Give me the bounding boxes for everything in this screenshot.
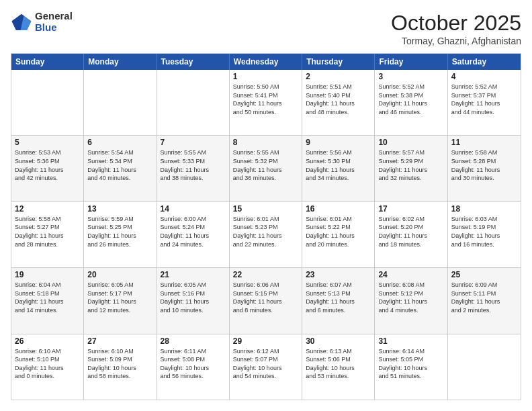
- calendar-cell: 18Sunrise: 6:03 AM Sunset: 5:19 PM Dayli…: [448, 202, 521, 267]
- cell-info: Sunrise: 6:01 AM Sunset: 5:22 PM Dayligh…: [306, 215, 371, 248]
- calendar-cell: 26Sunrise: 6:10 AM Sunset: 5:10 PM Dayli…: [11, 334, 84, 400]
- cell-info: Sunrise: 6:08 AM Sunset: 5:12 PM Dayligh…: [378, 281, 443, 314]
- calendar-cell: 29Sunrise: 6:12 AM Sunset: 5:07 PM Dayli…: [230, 334, 302, 400]
- logo-text: General Blue: [35, 11, 73, 33]
- day-number: 29: [233, 336, 298, 346]
- header-cell-sunday: Sunday: [11, 54, 84, 70]
- cell-info: Sunrise: 5:53 AM Sunset: 5:36 PM Dayligh…: [15, 148, 80, 182]
- cell-info: Sunrise: 6:07 AM Sunset: 5:13 PM Dayligh…: [306, 281, 371, 314]
- calendar-cell: 5Sunrise: 5:53 AM Sunset: 5:36 PM Daylig…: [11, 136, 84, 201]
- calendar-cell: 30Sunrise: 6:13 AM Sunset: 5:06 PM Dayli…: [302, 334, 375, 400]
- cell-info: Sunrise: 6:14 AM Sunset: 5:05 PM Dayligh…: [378, 347, 443, 381]
- calendar-row-3: 12Sunrise: 5:58 AM Sunset: 5:27 PM Dayli…: [11, 202, 521, 268]
- cell-info: Sunrise: 5:50 AM Sunset: 5:41 PM Dayligh…: [233, 83, 298, 116]
- day-number: 26: [15, 336, 80, 346]
- cell-info: Sunrise: 6:00 AM Sunset: 5:24 PM Dayligh…: [161, 215, 226, 248]
- day-number: 7: [161, 138, 226, 147]
- day-number: 25: [451, 270, 517, 279]
- cell-info: Sunrise: 5:52 AM Sunset: 5:37 PM Dayligh…: [451, 83, 517, 116]
- cell-info: Sunrise: 6:13 AM Sunset: 5:06 PM Dayligh…: [306, 347, 371, 381]
- cell-info: Sunrise: 5:55 AM Sunset: 5:33 PM Dayligh…: [161, 148, 226, 182]
- day-number: 30: [306, 336, 371, 346]
- day-number: 16: [306, 204, 371, 214]
- day-number: 22: [233, 270, 298, 279]
- day-number: 8: [233, 138, 298, 147]
- cell-info: Sunrise: 6:10 AM Sunset: 5:09 PM Dayligh…: [87, 347, 152, 381]
- cell-info: Sunrise: 6:09 AM Sunset: 5:11 PM Dayligh…: [451, 281, 517, 314]
- header-cell-wednesday: Wednesday: [230, 54, 302, 70]
- page: General Blue October 2025 Tormay, Ghazni…: [0, 0, 532, 411]
- cell-info: Sunrise: 6:12 AM Sunset: 5:07 PM Dayligh…: [233, 347, 298, 381]
- header-cell-friday: Friday: [375, 54, 447, 70]
- calendar-cell: 20Sunrise: 6:05 AM Sunset: 5:17 PM Dayli…: [84, 268, 157, 333]
- day-number: 1: [233, 72, 298, 81]
- day-number: 28: [161, 336, 226, 346]
- logo-general-text: General: [35, 11, 73, 22]
- calendar-cell: 3Sunrise: 5:52 AM Sunset: 5:38 PM Daylig…: [375, 70, 447, 135]
- day-number: 2: [306, 72, 371, 81]
- calendar-cell: 28Sunrise: 6:11 AM Sunset: 5:08 PM Dayli…: [157, 334, 230, 400]
- calendar-cell: 15Sunrise: 6:01 AM Sunset: 5:23 PM Dayli…: [230, 202, 302, 267]
- day-number: 21: [161, 270, 226, 279]
- calendar-cell: [448, 334, 521, 400]
- cell-info: Sunrise: 5:59 AM Sunset: 5:25 PM Dayligh…: [87, 215, 152, 248]
- calendar-cell: 31Sunrise: 6:14 AM Sunset: 5:05 PM Dayli…: [375, 334, 447, 400]
- cell-info: Sunrise: 6:01 AM Sunset: 5:23 PM Dayligh…: [233, 215, 298, 248]
- calendar-cell: 17Sunrise: 6:02 AM Sunset: 5:20 PM Dayli…: [375, 202, 447, 267]
- day-number: 19: [15, 270, 80, 279]
- calendar-cell: [157, 70, 230, 135]
- cell-info: Sunrise: 6:04 AM Sunset: 5:18 PM Dayligh…: [15, 281, 80, 314]
- day-number: 15: [233, 204, 298, 214]
- day-number: 11: [451, 138, 517, 147]
- calendar-body: 1Sunrise: 5:50 AM Sunset: 5:41 PM Daylig…: [11, 70, 521, 400]
- cell-info: Sunrise: 5:56 AM Sunset: 5:30 PM Dayligh…: [306, 148, 371, 182]
- header-cell-monday: Monday: [84, 54, 157, 70]
- calendar-cell: 22Sunrise: 6:06 AM Sunset: 5:15 PM Dayli…: [230, 268, 302, 333]
- day-number: 17: [378, 204, 443, 214]
- day-number: 13: [87, 204, 152, 214]
- day-number: 20: [87, 270, 152, 279]
- cell-info: Sunrise: 6:02 AM Sunset: 5:20 PM Dayligh…: [378, 215, 443, 248]
- calendar-row-2: 5Sunrise: 5:53 AM Sunset: 5:36 PM Daylig…: [11, 136, 521, 201]
- cell-info: Sunrise: 5:58 AM Sunset: 5:27 PM Dayligh…: [15, 215, 80, 248]
- header: General Blue October 2025 Tormay, Ghazni…: [11, 11, 521, 46]
- calendar-cell: 21Sunrise: 6:05 AM Sunset: 5:16 PM Dayli…: [157, 268, 230, 333]
- calendar-cell: 14Sunrise: 6:00 AM Sunset: 5:24 PM Dayli…: [157, 202, 230, 267]
- calendar-cell: 25Sunrise: 6:09 AM Sunset: 5:11 PM Dayli…: [448, 268, 521, 333]
- logo-blue-text: Blue: [35, 22, 73, 34]
- calendar: SundayMondayTuesdayWednesdayThursdayFrid…: [11, 53, 521, 400]
- cell-info: Sunrise: 6:06 AM Sunset: 5:15 PM Dayligh…: [233, 281, 298, 314]
- calendar-cell: 27Sunrise: 6:10 AM Sunset: 5:09 PM Dayli…: [84, 334, 157, 400]
- cell-info: Sunrise: 5:52 AM Sunset: 5:38 PM Dayligh…: [378, 83, 443, 116]
- calendar-row-5: 26Sunrise: 6:10 AM Sunset: 5:10 PM Dayli…: [11, 334, 521, 400]
- calendar-cell: 10Sunrise: 5:57 AM Sunset: 5:29 PM Dayli…: [375, 136, 447, 201]
- day-number: 4: [451, 72, 517, 81]
- calendar-cell: 23Sunrise: 6:07 AM Sunset: 5:13 PM Dayli…: [302, 268, 375, 333]
- month-title: October 2025: [391, 11, 521, 36]
- calendar-row-4: 19Sunrise: 6:04 AM Sunset: 5:18 PM Dayli…: [11, 268, 521, 334]
- day-number: 31: [378, 336, 443, 346]
- cell-info: Sunrise: 6:11 AM Sunset: 5:08 PM Dayligh…: [161, 347, 226, 381]
- cell-info: Sunrise: 5:51 AM Sunset: 5:40 PM Dayligh…: [306, 83, 371, 116]
- cell-info: Sunrise: 5:55 AM Sunset: 5:32 PM Dayligh…: [233, 148, 298, 182]
- calendar-cell: [11, 70, 84, 135]
- calendar-cell: 24Sunrise: 6:08 AM Sunset: 5:12 PM Dayli…: [375, 268, 447, 333]
- cell-info: Sunrise: 6:03 AM Sunset: 5:19 PM Dayligh…: [451, 215, 517, 248]
- calendar-row-1: 1Sunrise: 5:50 AM Sunset: 5:41 PM Daylig…: [11, 70, 521, 136]
- calendar-cell: 16Sunrise: 6:01 AM Sunset: 5:22 PM Dayli…: [302, 202, 375, 267]
- calendar-header-row: SundayMondayTuesdayWednesdayThursdayFrid…: [11, 54, 521, 70]
- day-number: 18: [451, 204, 517, 214]
- calendar-cell: 8Sunrise: 5:55 AM Sunset: 5:32 PM Daylig…: [230, 136, 302, 201]
- day-number: 23: [306, 270, 371, 279]
- cell-info: Sunrise: 6:05 AM Sunset: 5:16 PM Dayligh…: [161, 281, 226, 314]
- header-cell-thursday: Thursday: [302, 54, 375, 70]
- calendar-cell: 7Sunrise: 5:55 AM Sunset: 5:33 PM Daylig…: [157, 136, 230, 201]
- calendar-cell: 11Sunrise: 5:58 AM Sunset: 5:28 PM Dayli…: [448, 136, 521, 201]
- header-cell-saturday: Saturday: [448, 54, 521, 70]
- calendar-cell: 12Sunrise: 5:58 AM Sunset: 5:27 PM Dayli…: [11, 202, 84, 267]
- cell-info: Sunrise: 6:05 AM Sunset: 5:17 PM Dayligh…: [87, 281, 152, 314]
- cell-info: Sunrise: 6:10 AM Sunset: 5:10 PM Dayligh…: [15, 347, 80, 381]
- day-number: 3: [378, 72, 443, 81]
- calendar-cell: 19Sunrise: 6:04 AM Sunset: 5:18 PM Dayli…: [11, 268, 84, 333]
- day-number: 10: [378, 138, 443, 147]
